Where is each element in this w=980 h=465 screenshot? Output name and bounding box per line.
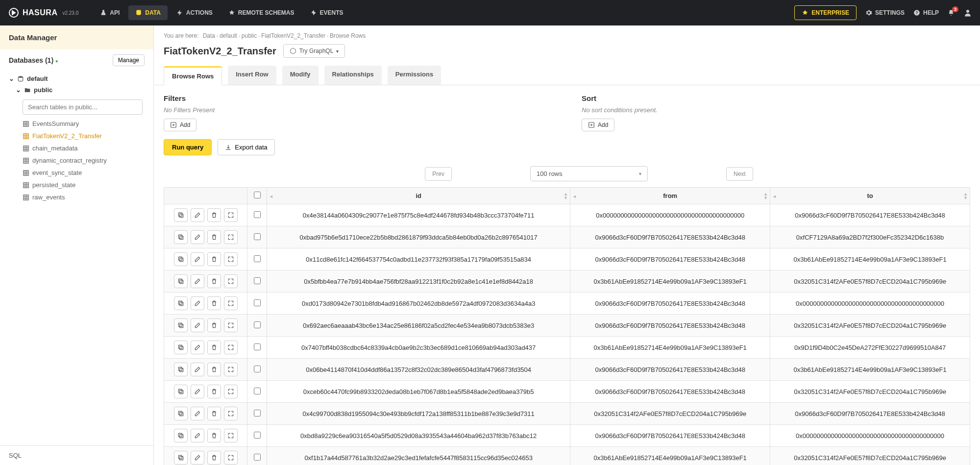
edit-row-button[interactable] [191,274,204,288]
brand[interactable]: HASURA v2.23.0 [8,7,78,19]
clone-row-button[interactable] [174,318,188,332]
row-checkbox[interactable] [254,211,261,218]
clone-row-button[interactable] [174,429,188,442]
edit-row-button[interactable] [191,363,204,376]
row-checkbox[interactable] [254,233,261,240]
edit-row-button[interactable] [191,252,204,266]
expand-row-button[interactable] [224,407,238,420]
expand-row-button[interactable] [224,296,238,310]
try-graphql-button[interactable]: Try GraphQL▾ [283,44,345,58]
clone-row-button[interactable] [174,407,188,420]
next-button[interactable]: Next [726,167,753,181]
delete-row-button[interactable] [207,252,221,266]
add-filter-button[interactable]: Add [164,119,196,131]
expand-row-button[interactable] [224,385,238,398]
table-item-FiatTokenV2_2_Transfer[interactable]: FiatTokenV2_2_Transfer [23,130,145,142]
nav-tab-data[interactable]: DATA [128,5,168,20]
table-item-chain_metadata[interactable]: chain_metadata [23,142,145,154]
rows-per-page-select[interactable]: 100 rows▾ [530,166,648,181]
export-data-button[interactable]: Export data [218,139,275,155]
row-checkbox[interactable] [254,388,261,394]
tab-browse-rows[interactable]: Browse Rows [164,66,222,85]
column-header-from[interactable]: ◂from▴▾ [570,188,770,204]
table-item-persisted_state[interactable]: persisted_state [23,179,145,191]
column-header-id[interactable]: ◂id▴▾ [267,188,570,204]
nav-tab-remote-schemas[interactable]: REMOTE SCHEMAS [221,5,301,20]
expand-row-button[interactable] [224,363,238,376]
edit-row-button[interactable] [191,230,204,244]
edit-row-button[interactable] [191,429,204,442]
expand-row-button[interactable] [224,318,238,332]
clone-row-button[interactable] [174,363,188,376]
schema-node-public[interactable]: ⌄public [16,84,145,96]
breadcrumb-item[interactable]: Data [203,32,215,39]
tab-relationships[interactable]: Relationships [324,66,382,85]
search-tables-input[interactable] [23,99,143,115]
clone-row-button[interactable] [174,296,188,310]
sort-icon[interactable]: ▴▾ [564,192,567,200]
breadcrumb-item[interactable]: public [242,32,257,39]
nav-tab-actions[interactable]: ACTIONS [170,5,220,20]
delete-row-button[interactable] [207,341,221,354]
edit-row-button[interactable] [191,341,204,354]
column-header-to[interactable]: ◂to▴▾ [770,188,970,204]
delete-row-button[interactable] [207,385,221,398]
clone-row-button[interactable] [174,451,188,465]
delete-row-button[interactable] [207,318,221,332]
row-checkbox[interactable] [254,343,261,350]
delete-row-button[interactable] [207,407,221,420]
collapse-icon[interactable]: ◂ [573,193,576,198]
table-item-event_sync_state[interactable]: event_sync_state [23,167,145,179]
edit-row-button[interactable] [191,451,204,465]
row-checkbox[interactable] [254,454,261,461]
row-checkbox[interactable] [254,299,261,306]
expand-row-button[interactable] [224,451,238,465]
expand-row-button[interactable] [224,208,238,222]
delete-row-button[interactable] [207,274,221,288]
expand-row-button[interactable] [224,252,238,266]
tab-modify[interactable]: Modify [282,66,318,85]
add-sort-button[interactable]: Add [582,119,614,131]
tab-insert-row[interactable]: Insert Row [228,66,276,85]
sort-icon[interactable]: ▴▾ [764,192,767,200]
nav-tab-api[interactable]: API [93,5,126,20]
help-link[interactable]: ?HELP [913,9,939,16]
edit-row-button[interactable] [191,407,204,420]
db-node-default[interactable]: ⌄default [9,73,145,84]
nav-tab-events[interactable]: EVENTS [303,5,350,20]
clone-row-button[interactable] [174,385,188,398]
settings-link[interactable]: SETTINGS [865,9,905,16]
user-avatar[interactable] [963,8,972,17]
breadcrumb-item[interactable]: Browse Rows [330,32,366,39]
delete-row-button[interactable] [207,451,221,465]
row-checkbox[interactable] [254,321,261,328]
expand-row-button[interactable] [224,230,238,244]
expand-row-button[interactable] [224,274,238,288]
table-item-raw_events[interactable]: raw_events [23,191,145,203]
sql-link[interactable]: SQL [0,445,153,465]
notifications-button[interactable]: 3 [948,9,955,16]
run-query-button[interactable]: Run query [164,139,212,155]
manage-button[interactable]: Manage [113,54,145,66]
expand-row-button[interactable] [224,341,238,354]
row-checkbox[interactable] [254,432,261,439]
clone-row-button[interactable] [174,230,188,244]
sort-icon[interactable]: ▴▾ [964,192,967,200]
clone-row-button[interactable] [174,252,188,266]
row-checkbox[interactable] [254,255,261,262]
edit-row-button[interactable] [191,208,204,222]
delete-row-button[interactable] [207,208,221,222]
collapse-icon[interactable]: ◂ [270,193,272,198]
expand-row-button[interactable] [224,429,238,442]
delete-row-button[interactable] [207,363,221,376]
delete-row-button[interactable] [207,230,221,244]
breadcrumb-item[interactable]: FiatTokenV2_2_Transfer [261,32,325,39]
clone-row-button[interactable] [174,274,188,288]
row-checkbox[interactable] [254,366,261,372]
clone-row-button[interactable] [174,208,188,222]
edit-row-button[interactable] [191,296,204,310]
breadcrumb-item[interactable]: default [220,32,237,39]
enterprise-button[interactable]: ENTERPRISE [794,5,857,20]
edit-row-button[interactable] [191,385,204,398]
delete-row-button[interactable] [207,296,221,310]
